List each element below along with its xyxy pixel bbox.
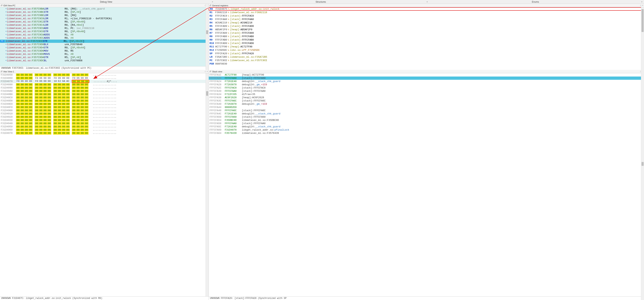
hex-byte[interactable]: 00 <box>57 73 62 76</box>
register-row[interactable]: R3 FFFCFAA8↳ [stack]:FFFCFAA8 <box>209 18 644 21</box>
hex-byte[interactable]: 00 <box>47 115 51 118</box>
hex-row[interactable]: F31D48E000000000000000000000000000000000… <box>0 102 208 106</box>
hex-byte[interactable]: F0 <box>53 77 57 80</box>
hex-byte[interactable]: 00 <box>16 119 20 122</box>
jump-icon[interactable]: ↳ <box>228 11 229 14</box>
hex-byte[interactable]: 00 <box>66 99 70 102</box>
hex-byte[interactable]: 00 <box>80 128 84 131</box>
hex-byte[interactable]: 00 <box>34 115 39 118</box>
hex-byte[interactable]: 00 <box>28 93 33 96</box>
hex-byte[interactable]: 00 <box>53 90 57 92</box>
hex-byte[interactable]: 00 <box>84 119 88 122</box>
hex-byte[interactable]: 00 <box>24 103 28 105</box>
hex-byte[interactable]: 00 <box>16 90 20 92</box>
hex-byte[interactable]: 00 <box>76 93 80 96</box>
hex-byte[interactable]: 00 <box>34 99 39 102</box>
register-row[interactable]: R10 FFFCFAD0↳ [stack]:FFFCFAD0 <box>209 42 644 45</box>
jump-icon[interactable]: ↳ <box>228 35 229 38</box>
hex-byte[interactable]: 00 <box>43 112 47 115</box>
hex-byte[interactable]: 00 <box>47 109 51 112</box>
hex-byte[interactable]: 00 <box>80 96 84 99</box>
hex-byte[interactable]: 00 <box>66 93 70 96</box>
hex-byte[interactable]: 00 <box>76 109 80 112</box>
jump-icon[interactable]: ↳ <box>228 18 229 21</box>
hex-byte[interactable]: 00 <box>84 77 88 80</box>
hex-byte[interactable]: 00 <box>62 125 66 128</box>
hex-byte[interactable]: 00 <box>34 93 39 96</box>
hex-byte[interactable]: 18 <box>53 80 57 83</box>
hex-byte[interactable]: 00 <box>53 112 57 115</box>
hex-body[interactable]: F31D485000000000000000000000000000000000… <box>0 73 208 296</box>
hex-byte[interactable]: 00 <box>16 93 20 96</box>
hex-byte[interactable]: 00 <box>20 125 24 128</box>
hex-byte[interactable]: 00 <box>20 90 24 92</box>
register-row[interactable]: LR F35A72B5↳ libmetasec_ml.so:F35A72B5 <box>209 55 644 59</box>
hex-byte[interactable]: 00 <box>76 128 80 131</box>
hex-byte[interactable]: 00 <box>24 83 28 86</box>
hex-byte[interactable]: 00 <box>47 99 51 102</box>
hex-byte[interactable]: 00 <box>16 109 20 112</box>
disasm-line[interactable]: • libmetasec_ml.so:F357C9D6 MOV R0, R5 <box>0 49 208 53</box>
restore-icon[interactable]: 🗗 <box>1 4 3 7</box>
hex-byte[interactable]: 00 <box>53 109 57 112</box>
hex-byte[interactable]: 00 <box>66 90 70 92</box>
hex-byte[interactable]: 00 <box>47 86 51 89</box>
register-row[interactable]: R4 AC6AE218↳ [heap]:AC6AE218 <box>209 21 644 24</box>
hex-byte[interactable]: 00 <box>43 93 47 96</box>
hex-byte[interactable]: F0 <box>72 77 76 80</box>
hex-byte[interactable]: 00 <box>39 112 43 115</box>
hex-byte[interactable]: 00 <box>20 73 24 76</box>
hex-byte[interactable]: 00 <box>66 128 70 131</box>
hex-byte[interactable]: 00 <box>72 103 76 105</box>
hex-byte[interactable]: 00 <box>72 80 76 83</box>
stack-row[interactable]: FFFCFA3CFFFCFA6C[stack]:FFFCFA6C <box>209 99 644 102</box>
jump-icon[interactable]: ↳ <box>228 52 229 55</box>
hex-byte[interactable]: 00 <box>72 93 76 96</box>
pane-header[interactable]: 🗗 Stack view □ × <box>209 70 644 73</box>
hex-byte[interactable]: 00 <box>47 80 51 83</box>
hex-byte[interactable]: 00 <box>84 86 88 89</box>
hex-byte[interactable]: 00 <box>85 80 89 83</box>
hex-byte[interactable]: 00 <box>84 132 88 134</box>
hex-byte[interactable]: 00 <box>43 90 47 92</box>
hex-byte[interactable]: 00 <box>24 109 28 112</box>
hex-byte[interactable]: 00 <box>24 132 28 134</box>
hex-byte[interactable]: 00 <box>84 109 88 112</box>
scrollbar[interactable] <box>641 73 644 296</box>
stack-row[interactable]: FFFCFA58FFFCFAA8[stack]:FFFCFAA8 <box>209 122 644 125</box>
hex-byte[interactable]: 00 <box>24 77 28 80</box>
hex-byte[interactable]: 00 <box>16 99 20 102</box>
hex-byte[interactable]: 6A <box>62 80 66 83</box>
hex-byte[interactable]: 00 <box>20 132 24 134</box>
hex-row[interactable]: F31D48D000000000000000000000000000000000… <box>0 99 208 102</box>
disasm-line[interactable]: • libmetasec_ml.so:F357C9CA ADDS R1, #8 <box>0 33 208 36</box>
tab-close-icon[interactable]: × <box>212 1 213 3</box>
hex-byte[interactable]: 00 <box>66 112 70 115</box>
hex-byte[interactable]: 00 <box>53 93 57 96</box>
hex-byte[interactable]: 00 <box>57 125 62 128</box>
hex-byte[interactable]: 00 <box>28 90 33 92</box>
hex-byte[interactable]: 00 <box>43 103 47 105</box>
hex-byte[interactable]: 00 <box>80 73 84 76</box>
hex-byte[interactable]: 00 <box>66 106 70 109</box>
stack-row[interactable]: FFFCFA48FFFCFA6C[stack]:FFFCFA6C <box>209 109 644 112</box>
hex-byte[interactable]: 00 <box>39 109 43 112</box>
jump-icon[interactable]: ↳ <box>228 59 229 62</box>
disasm-body[interactable]: • libmetasec_ml.so:F357C9BA LDR R0, [R0]… <box>0 7 208 66</box>
hex-byte[interactable]: 00 <box>16 103 20 105</box>
hex-byte[interactable]: 00 <box>62 73 66 76</box>
stack-row[interactable]: FFFCFA440000D2E0 <box>209 106 644 109</box>
hex-byte[interactable]: 00 <box>53 73 57 76</box>
hex-byte[interactable]: 00 <box>53 96 57 99</box>
hex-row[interactable]: F31D488000000000000000000000000000000000… <box>0 83 208 86</box>
hex-byte[interactable]: 00 <box>62 93 66 96</box>
hex-byte[interactable]: 00 <box>34 96 39 99</box>
hex-byte[interactable]: 00 <box>24 93 28 96</box>
stack-row[interactable]: FFFCFA2CFFFCFAC8[stack]:FFFCFAC8 <box>209 86 644 89</box>
hex-byte[interactable]: 00 <box>16 77 20 80</box>
hex-byte[interactable]: 00 <box>20 99 24 102</box>
hex-byte[interactable]: 00 <box>57 96 62 99</box>
jump-icon[interactable]: ↳ <box>228 14 229 17</box>
hex-byte[interactable]: 00 <box>72 73 76 76</box>
hex-byte[interactable]: 00 <box>57 99 62 102</box>
